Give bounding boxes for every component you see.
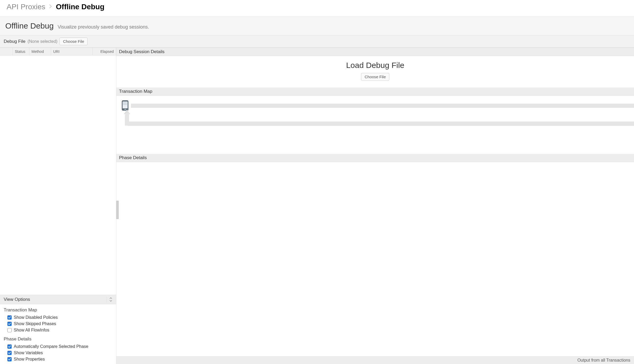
view-options-phase-title: Phase Details <box>4 337 112 342</box>
phase-details-body <box>116 162 634 356</box>
choose-file-button-main[interactable]: Choose File <box>361 73 389 81</box>
splitter-handle[interactable] <box>116 201 119 219</box>
table-header-uri[interactable]: URI <box>51 48 93 55</box>
page-subtitle: Visualize previously saved debug session… <box>58 24 149 30</box>
debug-file-none-selected: (None selected) <box>28 39 57 44</box>
view-options-title: View Options <box>4 297 30 302</box>
svg-rect-7 <box>123 103 124 104</box>
checkbox-icon <box>7 344 12 349</box>
checkbox-label: Show Disabled Policies <box>14 315 58 320</box>
load-debug-file-title: Load Debug File <box>116 61 634 70</box>
transaction-map-request-track <box>131 104 634 108</box>
debug-file-label: Debug File <box>4 39 25 44</box>
table-header-method[interactable]: Method <box>29 48 51 55</box>
phone-icon <box>122 100 129 111</box>
transactions-table-header: Status Method URI Elapsed <box>0 48 116 56</box>
svg-rect-13 <box>125 104 126 105</box>
breadcrumb-current: Offline Debug <box>56 3 104 11</box>
choose-file-button[interactable]: Choose File <box>60 38 88 45</box>
svg-rect-14 <box>126 104 127 105</box>
svg-rect-8 <box>124 103 125 104</box>
collapse-icon[interactable] <box>107 297 112 302</box>
svg-rect-5 <box>125 102 126 103</box>
svg-rect-10 <box>126 103 127 104</box>
view-options-header[interactable]: View Options <box>0 295 116 304</box>
svg-rect-4 <box>124 102 125 103</box>
checkbox-show-variables[interactable]: Show Variables <box>4 350 112 356</box>
svg-rect-6 <box>126 102 127 103</box>
checkbox-icon <box>7 328 12 332</box>
checkbox-show-disabled-policies[interactable]: Show Disabled Policies <box>4 314 112 321</box>
debug-file-bar: Debug File (None selected) Choose File <box>0 35 634 48</box>
transaction-map-header: Transaction Map <box>116 87 634 96</box>
right-panel: Debug Session Details Load Debug File Ch… <box>116 48 634 364</box>
transaction-map-body <box>116 96 634 154</box>
table-header-blank <box>0 48 13 55</box>
checkbox-label: Show All FlowInfos <box>14 328 49 333</box>
debug-session-details-header: Debug Session Details <box>116 48 634 56</box>
transaction-map-response-track <box>125 122 634 126</box>
output-footer[interactable]: Output from all Transactions <box>116 356 634 364</box>
checkbox-icon <box>7 315 12 320</box>
debug-session-details-body: Load Debug File Choose File <box>116 56 634 87</box>
svg-rect-3 <box>123 102 124 103</box>
page-header: Offline Debug Visualize previously saved… <box>0 17 634 35</box>
svg-rect-11 <box>123 104 124 105</box>
checkbox-show-all-flowinfos[interactable]: Show All FlowInfos <box>4 327 112 333</box>
table-header-status[interactable]: Status <box>13 48 29 55</box>
table-header-elapsed[interactable]: Elapsed <box>93 48 116 55</box>
checkbox-label: Automatically Compare Selected Phase <box>14 344 88 349</box>
checkbox-label: Show Variables <box>14 351 43 355</box>
breadcrumb-parent[interactable]: API Proxies <box>7 3 45 11</box>
checkbox-icon <box>7 322 12 326</box>
checkbox-show-skipped-phases[interactable]: Show Skipped Phases <box>4 321 112 327</box>
svg-rect-12 <box>124 104 125 105</box>
checkbox-auto-compare[interactable]: Automatically Compare Selected Phase <box>4 343 112 350</box>
checkbox-label: Show Skipped Phases <box>14 321 56 326</box>
checkbox-show-properties[interactable]: Show Properties <box>4 356 112 362</box>
checkbox-label: Show Properties <box>14 357 45 362</box>
phase-details-header: Phase Details <box>116 154 634 162</box>
left-panel: Status Method URI Elapsed View Options <box>0 48 116 364</box>
view-options-tmap-title: Transaction Map <box>4 307 112 313</box>
transactions-table-body <box>0 56 116 295</box>
view-options-panel: View Options Transaction Map Show Disabl… <box>0 295 116 364</box>
svg-rect-9 <box>125 103 126 104</box>
checkbox-icon <box>7 351 12 355</box>
breadcrumb: API Proxies Offline Debug <box>0 0 634 17</box>
checkbox-icon <box>7 357 12 361</box>
chevron-right-icon <box>49 3 52 10</box>
page-title: Offline Debug <box>5 21 54 30</box>
